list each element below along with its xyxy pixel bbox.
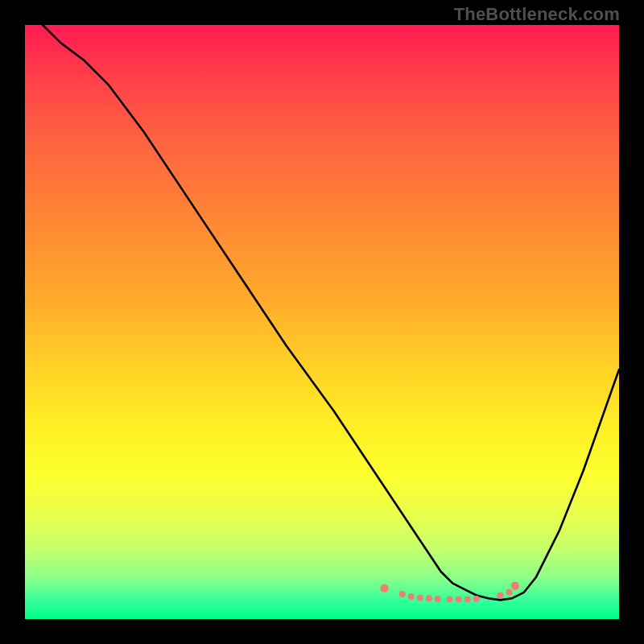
valley-marker	[456, 597, 462, 603]
valley-marker	[435, 596, 441, 602]
curve-layer	[25, 25, 619, 619]
valley-marker	[473, 596, 480, 602]
valley-marker	[506, 589, 513, 596]
valley-marker	[380, 584, 388, 592]
bottleneck-curve	[43, 25, 619, 600]
valley-marker	[399, 591, 406, 597]
valley-marker	[408, 593, 415, 600]
valley-marker	[426, 595, 432, 601]
valley-marker	[464, 597, 471, 603]
valley-marker	[447, 597, 453, 603]
valley-marker	[417, 594, 423, 601]
valley-marker	[511, 582, 519, 590]
valley-marker	[497, 592, 503, 599]
plot-area	[25, 25, 619, 619]
watermark-text: TheBottleneck.com	[454, 4, 620, 25]
chart-frame: TheBottleneck.com	[0, 0, 644, 644]
